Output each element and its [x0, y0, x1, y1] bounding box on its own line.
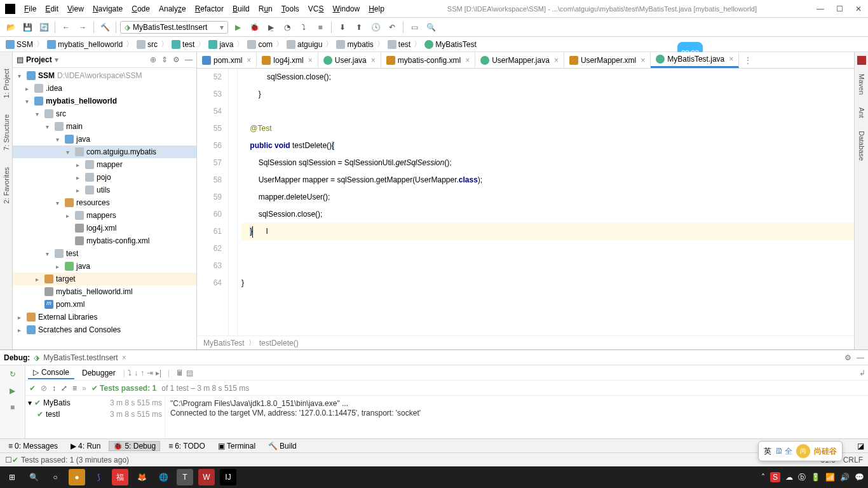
back-icon[interactable]: ← [59, 20, 73, 34]
tab-database[interactable]: Database [857, 127, 867, 165]
menu-build[interactable]: Build [229, 3, 254, 15]
forward-icon[interactable]: → [76, 20, 90, 34]
debug-tab-console[interactable]: ▷ Console [28, 367, 74, 379]
menu-window[interactable]: Window [329, 3, 363, 15]
btab-terminal[interactable]: ▣ Terminal [214, 441, 260, 451]
layout-icon[interactable]: ▭ [407, 20, 421, 34]
step-force-icon[interactable]: ⇥ [147, 369, 153, 377]
btab-run[interactable]: ▶ 4: Run [66, 441, 105, 451]
vcs-update-icon[interactable]: ⬇ [336, 20, 349, 34]
crumb-src[interactable]: src [135, 39, 159, 50]
menu-view[interactable]: View [64, 3, 88, 15]
tray-s-icon[interactable]: S [770, 472, 780, 482]
tab-pom[interactable]: pom.xml× [197, 52, 257, 68]
crumb-test2[interactable]: test [386, 39, 412, 50]
close-icon[interactable]: × [247, 56, 251, 65]
btab-todo[interactable]: ≡ 6: TODO [164, 441, 210, 451]
ime-popup[interactable]: 英 🖻 全 尚 尚硅谷 [758, 441, 843, 461]
attach-icon[interactable]: ⤵ [297, 20, 311, 34]
crumb-module[interactable]: mybatis_helloworld [45, 39, 125, 50]
close-icon[interactable]: × [554, 56, 559, 65]
wps-icon[interactable]: W [198, 469, 215, 485]
crumb-ssm[interactable]: SSM [4, 39, 35, 50]
idea-icon[interactable]: IJ [220, 469, 236, 485]
code-content[interactable]: sqlSession.close(); } @Test public void … [238, 69, 854, 336]
tray-wifi-icon[interactable]: 📶 [825, 473, 835, 482]
close-icon[interactable]: × [729, 55, 733, 64]
vcs-revert-icon[interactable]: ↶ [385, 20, 399, 34]
tray-notif-icon[interactable]: 💬 [855, 473, 864, 482]
settings-icon[interactable]: ⚙ [173, 55, 180, 64]
chrome-icon[interactable]: 🌐 [155, 469, 172, 485]
trace-icon[interactable]: ▤ [186, 369, 193, 377]
build-icon[interactable]: 🔨 [98, 20, 112, 34]
vcs-commit-icon[interactable]: ⬆ [352, 20, 366, 34]
close-icon[interactable]: × [308, 56, 313, 65]
code-editor[interactable]: 52535455565758596061626364 sqlSession.cl… [197, 69, 854, 336]
system-tray[interactable]: ˄ S ☁ ⓑ 🔋 📶 🔊 💬 [761, 472, 864, 483]
tab-mybatis-cfg[interactable]: mybatis-config.xml× [381, 52, 475, 68]
debug-settings-icon[interactable]: ⚙ [844, 353, 851, 362]
crumb-mybatis[interactable]: mybatis [334, 39, 375, 50]
close-button[interactable]: ✕ [854, 4, 863, 13]
btab-build[interactable]: 🔨 Build [264, 441, 301, 451]
profile-icon[interactable]: ◔ [280, 20, 294, 34]
close-icon[interactable]: × [465, 56, 470, 65]
search-task-icon[interactable]: 🔍 [25, 469, 42, 485]
menu-navigate[interactable]: Navigate [89, 3, 126, 15]
expand-icon[interactable]: ⤢ [61, 384, 67, 393]
tab-user[interactable]: User.java× [318, 52, 381, 68]
vcs-history-icon[interactable]: 🕓 [369, 20, 383, 34]
soft-wrap-icon[interactable]: ↲ [859, 369, 865, 377]
collapse-icon[interactable]: ⇕ [161, 55, 168, 64]
run-config-select[interactable]: ⬗ MyBatisTest.testInsert ▾ [120, 21, 228, 34]
menu-analyze[interactable]: Analyze [155, 3, 190, 15]
tab-maven[interactable]: Maven [857, 70, 867, 98]
menu-run[interactable]: Run [255, 3, 276, 15]
firefox-icon[interactable]: 🦊 [133, 469, 150, 485]
minimize-button[interactable]: — [816, 4, 825, 13]
tab-structure[interactable]: 7: Structure [1, 111, 11, 154]
menu-edit[interactable]: Edit [41, 3, 62, 15]
step-out-icon[interactable]: ↑ [140, 369, 144, 377]
project-tree[interactable]: ▾SSM D:\IDEA\workspace\SSM ▸.idea ▾mybat… [13, 68, 196, 349]
debug-icon[interactable]: 🐞 [247, 20, 261, 34]
tabs-overflow-icon[interactable]: ⋮ [739, 52, 757, 68]
tray-up-icon[interactable]: ˄ [761, 473, 765, 482]
menu-tools[interactable]: Tools [278, 3, 303, 15]
menu-vcs[interactable]: VCS [304, 3, 328, 15]
run-icon[interactable]: ▶ [231, 20, 245, 34]
close-icon[interactable]: × [371, 56, 376, 65]
menu-file[interactable]: File [20, 3, 40, 15]
crumb-test[interactable]: test [170, 39, 196, 50]
fail-icon[interactable]: ⊘ [41, 384, 47, 393]
eval-icon[interactable]: 🖩 [176, 369, 184, 377]
stop-debug-icon[interactable]: ■ [6, 401, 19, 414]
tab-project[interactable]: 1: Project [1, 65, 11, 102]
refresh-icon[interactable]: 🔄 [37, 20, 51, 34]
app-icon[interactable]: ⟆ [90, 469, 107, 485]
sort-icon[interactable]: ↕ [52, 384, 56, 393]
step-into-icon[interactable]: ↓ [134, 369, 138, 377]
tray-volume-icon[interactable]: 🔊 [840, 473, 850, 482]
open-icon[interactable]: 📂 [4, 20, 18, 34]
btab-messages[interactable]: ≡ 0: Messages [4, 441, 62, 451]
tab-usermapper-java[interactable]: UserMapper.java× [475, 52, 564, 68]
cortana-icon[interactable]: ○ [47, 469, 64, 485]
locate-icon[interactable]: ⊕ [150, 55, 156, 64]
app-icon[interactable]: T [177, 469, 193, 485]
fold-column[interactable] [229, 69, 238, 336]
tab-log4j[interactable]: log4j.xml× [257, 52, 318, 68]
tray-cloud-icon[interactable]: ☁ [785, 473, 793, 482]
run-to-cursor-icon[interactable]: ▸| [156, 369, 161, 377]
menu-code[interactable]: Code [128, 3, 154, 15]
crumb-class[interactable]: MyBatisTest [423, 39, 478, 50]
collapse-all-icon[interactable]: ≡ [72, 384, 77, 393]
resume-icon[interactable]: ▶ [6, 384, 19, 397]
coverage-icon[interactable]: ▶̤ [264, 20, 278, 34]
btab-debug[interactable]: 🐞 5: Debug [109, 441, 160, 451]
search-icon[interactable]: 🔍 [424, 20, 438, 34]
rerun-icon[interactable]: ↻ [6, 368, 19, 381]
menu-help[interactable]: Help [365, 3, 388, 15]
tab-favorites[interactable]: 2: Favorites [1, 163, 11, 207]
